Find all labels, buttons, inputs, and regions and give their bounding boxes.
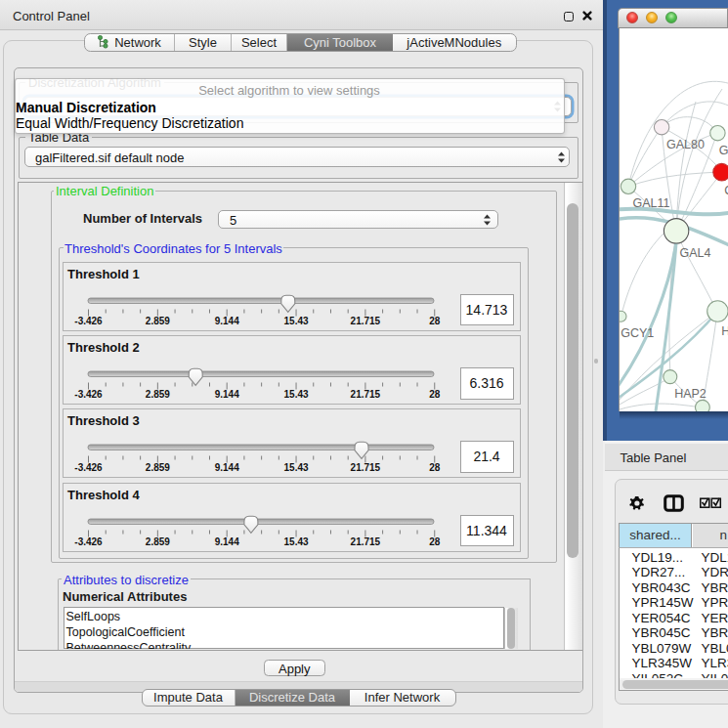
svg-text:GAL80: GAL80 — [666, 137, 705, 150]
svg-text:2.859: 2.859 — [146, 536, 170, 547]
svg-text:GCY1: GCY1 — [621, 326, 654, 340]
svg-text:9.144: 9.144 — [215, 462, 239, 473]
svg-text:C: C — [724, 184, 728, 197]
svg-text:-3.426: -3.426 — [74, 536, 103, 547]
svg-text:2.859: 2.859 — [146, 316, 170, 326]
svg-text:21.715: 21.715 — [351, 389, 381, 400]
svg-text:15.43: 15.43 — [284, 462, 309, 473]
svg-text:-3.426: -3.426 — [74, 316, 103, 326]
svg-text:9.144: 9.144 — [215, 316, 239, 326]
svg-text:21.715: 21.715 — [351, 536, 381, 547]
svg-text:15.43: 15.43 — [284, 389, 309, 400]
svg-text:15.43: 15.43 — [284, 536, 309, 547]
svg-text:GAL11: GAL11 — [632, 195, 669, 209]
svg-text:21.715: 21.715 — [351, 462, 381, 473]
svg-text:28: 28 — [429, 316, 441, 326]
svg-text:GAL4: GAL4 — [679, 246, 710, 260]
svg-text:28: 28 — [429, 536, 441, 547]
svg-text:-3.426: -3.426 — [74, 389, 103, 400]
svg-text:21.715: 21.715 — [351, 316, 381, 326]
svg-text:GA: GA — [718, 144, 728, 157]
svg-text:28: 28 — [429, 389, 441, 400]
svg-text:H: H — [721, 324, 728, 338]
svg-text:HAP2: HAP2 — [674, 386, 707, 400]
svg-text:2.859: 2.859 — [146, 462, 170, 473]
svg-text:-3.426: -3.426 — [74, 462, 103, 473]
svg-text:15.43: 15.43 — [284, 316, 309, 326]
svg-text:9.144: 9.144 — [215, 536, 239, 547]
svg-text:2.859: 2.859 — [146, 389, 170, 400]
svg-text:28: 28 — [429, 462, 441, 473]
svg-text:9.144: 9.144 — [215, 389, 239, 400]
